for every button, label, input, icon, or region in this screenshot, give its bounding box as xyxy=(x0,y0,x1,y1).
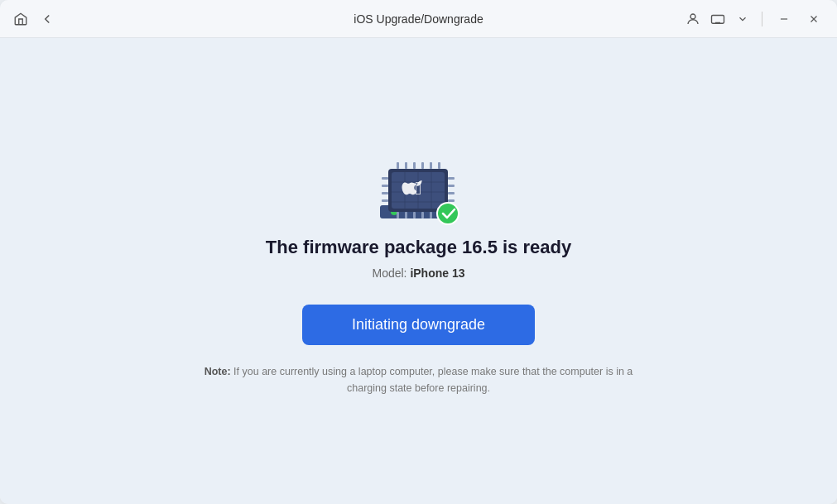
svg-rect-22 xyxy=(405,162,407,169)
svg-rect-1 xyxy=(712,15,724,23)
svg-rect-15 xyxy=(382,192,388,194)
minimize-button[interactable] xyxy=(772,7,796,31)
model-value: iPhone 13 xyxy=(410,266,464,280)
svg-rect-29 xyxy=(413,212,416,218)
window-title: iOS Upgrade/Downgrade xyxy=(354,12,483,26)
titlebar-right xyxy=(684,7,825,31)
chevron-down-icon[interactable] xyxy=(734,10,752,28)
initiate-downgrade-button[interactable]: Initiating downgrade xyxy=(302,305,535,345)
note-content: If you are currently using a laptop comp… xyxy=(231,366,633,394)
svg-rect-28 xyxy=(405,212,407,218)
model-info: Model: iPhone 13 xyxy=(372,266,464,280)
svg-rect-31 xyxy=(430,212,432,218)
firmware-title: The firmware package 16.5 is ready xyxy=(266,237,571,258)
svg-rect-19 xyxy=(448,192,455,194)
close-button[interactable] xyxy=(802,7,825,31)
titlebar-left xyxy=(12,10,56,28)
svg-rect-23 xyxy=(413,162,416,169)
main-content:  xyxy=(0,38,837,504)
svg-rect-17 xyxy=(448,177,455,180)
note-label: Note: xyxy=(204,366,231,377)
svg-point-0 xyxy=(690,14,695,19)
svg-rect-16 xyxy=(382,199,388,202)
svg-rect-14 xyxy=(382,185,388,187)
model-label: Model: xyxy=(372,266,410,280)
svg-rect-25 xyxy=(430,162,432,169)
home-icon[interactable] xyxy=(12,10,30,28)
svg-point-34 xyxy=(438,204,458,223)
svg-rect-20 xyxy=(448,199,455,202)
firmware-illustration:  xyxy=(365,146,473,237)
svg-rect-18 xyxy=(448,185,455,187)
note-section: Note: If you are currently using a lapto… xyxy=(204,363,634,396)
svg-rect-21 xyxy=(397,162,399,169)
app-window: iOS Upgrade/Downgrade xyxy=(0,0,837,504)
svg-rect-26 xyxy=(438,162,440,169)
svg-rect-24 xyxy=(421,162,424,169)
back-icon[interactable] xyxy=(38,10,56,28)
user-icon[interactable] xyxy=(684,10,702,28)
titlebar: iOS Upgrade/Downgrade xyxy=(0,0,837,38)
svg-rect-13 xyxy=(382,177,388,180)
svg-rect-30 xyxy=(421,212,424,218)
svg-rect-27 xyxy=(397,212,399,218)
keyboard-icon[interactable] xyxy=(709,10,727,28)
divider xyxy=(762,12,762,26)
